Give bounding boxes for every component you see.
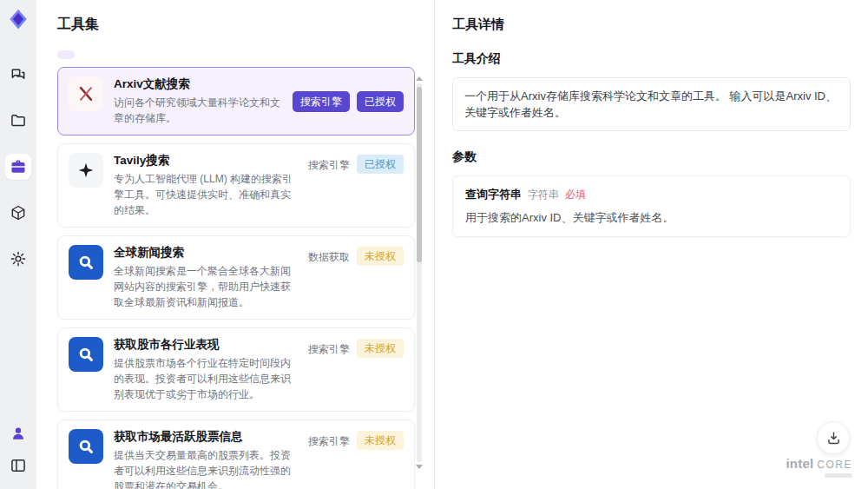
category-tab[interactable]	[87, 50, 104, 59]
tool-description: 专为人工智能代理 (LLM) 构建的搜索引擎工具。可快速提供实时、准确和真实的结…	[114, 171, 298, 218]
tool-card-body: 全球新闻搜索 全球新闻搜索是一个聚合全球各大新闻网站内容的搜索引擎，帮助用户快速…	[114, 245, 298, 310]
tool-card[interactable]: 获取股市各行业表现 提供股票市场各个行业在特定时间段内的表现。投资者可以利用这些…	[57, 327, 415, 412]
tool-card-body: 获取股市各行业表现 提供股票市场各个行业在特定时间段内的表现。投资者可以利用这些…	[114, 337, 298, 402]
tool-description: 全球新闻搜索是一个聚合全球各大新闻网站内容的搜索引擎，帮助用户快速获取全球最新资…	[114, 263, 298, 310]
category-badge: 搜索引擎	[308, 431, 350, 452]
tool-icon	[69, 429, 103, 464]
app-logo-icon	[7, 8, 30, 30]
tool-badges: 搜索引擎 已授权	[308, 153, 404, 218]
page-title: 工具集	[57, 16, 434, 34]
tool-list: Arxiv文献搜索 访问各个研究领域大量科学论文和文章的存储库。 搜索引擎 已授…	[57, 67, 415, 489]
tool-card-body: Arxiv文献搜索 访问各个研究领域大量科学论文和文章的存储库。	[114, 76, 282, 126]
auth-status-badge: 已授权	[357, 91, 404, 112]
intel-core-logo: intelCORE	[786, 456, 852, 478]
tool-description: 访问各个研究领域大量科学论文和文章的存储库。	[114, 95, 282, 126]
tool-card[interactable]: 全球新闻搜索 全球新闻搜索是一个聚合全球各大新闻网站内容的搜索引擎，帮助用户快速…	[57, 235, 415, 320]
parameter-name: 查询字符串	[465, 187, 522, 202]
folder-icon[interactable]	[5, 108, 31, 134]
toolbox-icon[interactable]	[5, 154, 31, 180]
settings-gear-icon[interactable]	[5, 246, 31, 272]
rail-nav	[5, 62, 31, 272]
scroll-up-icon[interactable]	[416, 76, 423, 81]
auth-status-badge: 已授权	[357, 155, 404, 174]
tool-badges: 搜索引擎 未授权	[308, 337, 404, 402]
tool-list-panel: 工具集 Arxiv文献搜索 访问各个研究领域大量科学论文和文章的存储库。 搜索引…	[36, 0, 434, 489]
tool-card-body: 获取市场最活跃股票信息 提供当天交易量最高的股票列表。投资者可以利用这些信息来识…	[114, 429, 298, 489]
tool-icon	[69, 153, 103, 188]
tool-title: 获取股市各行业表现	[114, 337, 298, 352]
rail-bottom	[5, 420, 31, 479]
category-tab[interactable]	[57, 50, 75, 59]
panel-toggle-icon[interactable]	[5, 453, 31, 479]
parameter-head: 查询字符串 字符串 必填	[465, 187, 838, 202]
list-scrollbar[interactable]	[416, 76, 423, 474]
tool-title: 获取市场最活跃股票信息	[114, 429, 298, 444]
category-badge: 搜索引擎	[308, 339, 350, 360]
tool-badges: 搜索引擎 未授权	[308, 429, 404, 489]
category-tab[interactable]	[146, 50, 163, 59]
tool-card[interactable]: Tavily搜索 专为人工智能代理 (LLM) 构建的搜索引擎工具。可快速提供实…	[57, 143, 415, 228]
tool-badges: 搜索引擎 已授权	[293, 91, 404, 112]
tool-title: 全球新闻搜索	[114, 245, 298, 260]
auth-status-badge: 未授权	[357, 339, 404, 358]
tool-title: Tavily搜索	[114, 153, 298, 168]
tool-card[interactable]: Arxiv文献搜索 访问各个研究领域大量科学论文和文章的存储库。 搜索引擎 已授…	[57, 67, 415, 135]
download-button[interactable]	[817, 421, 850, 454]
tool-badges: 数据获取 未授权	[308, 245, 404, 310]
parameter-type: 字符串	[528, 188, 559, 202]
tool-detail-panel: 工具详情 工具介绍 一个用于从Arxiv存储库搜索科学论文和文章的工具。 输入可…	[434, 0, 868, 489]
tool-intro-text: 一个用于从Arxiv存储库搜索科学论文和文章的工具。 输入可以是Arxiv ID…	[452, 77, 851, 131]
auth-status-badge: 未授权	[357, 247, 404, 266]
intel-brand-text: intel	[786, 456, 813, 471]
category-badge: 搜索引擎	[308, 155, 350, 175]
tool-icon	[69, 245, 103, 280]
parameter-description: 用于搜索的Arxiv ID、关键字或作者姓名。	[465, 210, 838, 226]
app-rail	[0, 0, 36, 489]
tool-card[interactable]: 获取市场最活跃股票信息 提供当天交易量最高的股票列表。投资者可以利用这些信息来识…	[57, 420, 415, 489]
tool-title: Arxiv文献搜索	[114, 76, 282, 91]
tool-description: 提供当天交易量最高的股票列表。投资者可以利用这些信息来识别流动性强的股票和潜在的…	[114, 447, 298, 489]
core-brand-text: CORE	[817, 459, 852, 471]
detail-panel-title: 工具详情	[452, 17, 851, 33]
chat-icon[interactable]	[5, 62, 31, 88]
category-tabs	[57, 50, 434, 59]
intro-heading: 工具介绍	[452, 51, 851, 67]
parameter-required-badge: 必填	[565, 188, 586, 202]
parameters-list: 查询字符串 字符串 必填 用于搜索的Arxiv ID、关键字或作者姓名。	[452, 175, 851, 237]
scroll-down-icon[interactable]	[416, 465, 423, 469]
category-badge: 数据获取	[308, 247, 350, 268]
tool-icon	[69, 76, 103, 111]
category-tab[interactable]	[116, 50, 134, 59]
user-avatar-icon[interactable]	[5, 420, 31, 446]
category-badge: 搜索引擎	[293, 91, 350, 112]
tool-card-body: Tavily搜索 专为人工智能代理 (LLM) 构建的搜索引擎工具。可快速提供实…	[114, 153, 298, 218]
params-heading: 参数	[452, 149, 851, 165]
parameter-item: 查询字符串 字符串 必填 用于搜索的Arxiv ID、关键字或作者姓名。	[452, 175, 851, 237]
tool-icon	[69, 337, 103, 372]
download-icon	[825, 430, 842, 446]
tool-description: 提供股票市场各个行业在特定时间段内的表现。投资者可以利用这些信息来识别表现优于或…	[114, 355, 298, 402]
scrollbar-thumb[interactable]	[417, 87, 422, 262]
auth-status-badge: 未授权	[357, 431, 404, 450]
intel-logo-subline	[825, 473, 852, 478]
package-icon[interactable]	[5, 200, 31, 226]
